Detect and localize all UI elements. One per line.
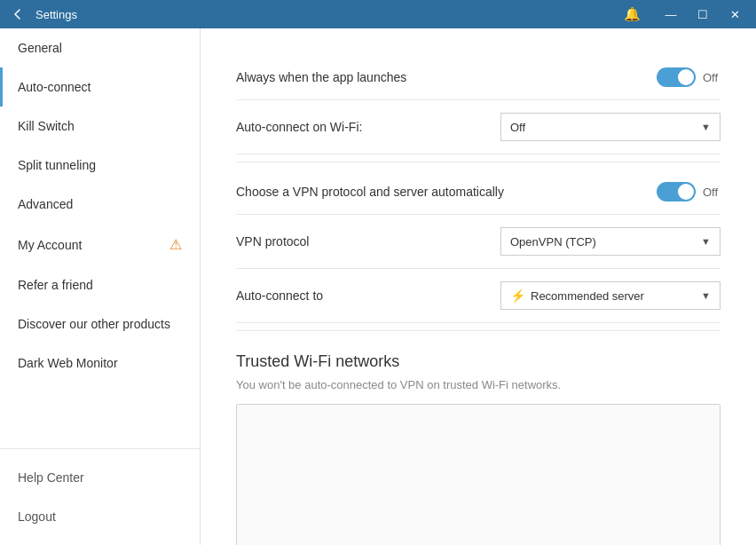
sidebar-item-dark-web[interactable]: Dark Web Monitor xyxy=(0,344,200,383)
always-launch-row: Always when the app launches Off xyxy=(236,55,721,100)
sidebar-label-split-tunneling: Split tunneling xyxy=(18,158,96,172)
sidebar-item-advanced[interactable]: Advanced xyxy=(0,185,200,224)
sidebar-item-split-tunneling[interactable]: Split tunneling xyxy=(0,146,200,185)
trusted-wifi-subtitle: You won't be auto-connected to VPN on tr… xyxy=(236,378,721,391)
sidebar-label-dark-web: Dark Web Monitor xyxy=(18,356,118,370)
auto-connect-to-row: Auto-connect to ⚡ Recommended server ▼ xyxy=(236,269,721,323)
sidebar-label-help-center: Help Center xyxy=(18,470,84,485)
window-title: Settings xyxy=(35,8,77,21)
always-launch-label: Always when the app launches xyxy=(236,70,406,84)
chevron-down-icon-2: ▼ xyxy=(701,236,711,247)
maximize-button[interactable]: ☐ xyxy=(689,2,717,27)
chevron-down-icon-3: ▼ xyxy=(701,290,711,301)
sidebar-label-general: General xyxy=(18,41,62,55)
always-launch-toggle-wrapper: Off xyxy=(657,67,721,87)
minimize-button[interactable]: — xyxy=(657,2,685,27)
lightning-icon: ⚡ xyxy=(510,288,525,303)
vpn-protocol-value: OpenVPN (TCP) xyxy=(510,235,596,249)
vpn-protocol-auto-row: Choose a VPN protocol and server automat… xyxy=(236,170,721,215)
wifi-connect-dropdown[interactable]: Off ▼ xyxy=(500,113,721,141)
close-button[interactable]: ✕ xyxy=(721,2,749,27)
sidebar-item-general[interactable]: General xyxy=(0,28,200,67)
trusted-wifi-title: Trusted Wi-Fi networks xyxy=(236,352,721,371)
sidebar-item-my-account[interactable]: My Account ⚠ xyxy=(0,224,200,265)
app-body: General Auto-connect Kill Switch Split t… xyxy=(0,28,756,545)
wifi-connect-row: Auto-connect on Wi-Fi: Off ▼ xyxy=(236,100,721,154)
auto-connect-to-label: Auto-connect to xyxy=(236,288,323,303)
wifi-connect-label: Auto-connect on Wi-Fi: xyxy=(236,120,362,134)
sidebar-bottom: Help Center Logout xyxy=(0,448,200,545)
sidebar-item-kill-switch[interactable]: Kill Switch xyxy=(0,107,200,146)
warning-icon: ⚠ xyxy=(169,236,182,253)
sidebar-label-discover: Discover our other products xyxy=(18,317,170,331)
always-launch-toggle[interactable] xyxy=(657,67,696,87)
sidebar-label-refer-friend: Refer a friend xyxy=(18,278,93,292)
back-button[interactable] xyxy=(7,4,28,25)
auto-connect-to-inner: ⚡ Recommended server xyxy=(510,288,644,303)
notification-bell[interactable]: 🔔 xyxy=(618,2,646,27)
sidebar-nav: General Auto-connect Kill Switch Split t… xyxy=(0,28,200,448)
auto-connect-to-dropdown[interactable]: ⚡ Recommended server ▼ xyxy=(500,281,721,310)
chevron-down-icon: ▼ xyxy=(701,122,711,132)
trusted-wifi-box xyxy=(236,404,721,545)
sidebar-item-discover[interactable]: Discover our other products xyxy=(0,304,200,344)
sidebar-label-advanced: Advanced xyxy=(18,197,73,211)
sidebar-item-auto-connect[interactable]: Auto-connect xyxy=(0,67,200,107)
main-content: Always when the app launches Off Auto-co… xyxy=(201,28,756,545)
section-divider-2 xyxy=(236,330,721,331)
sidebar-label-kill-switch: Kill Switch xyxy=(18,119,75,133)
vpn-auto-toggle-wrapper: Off xyxy=(657,182,721,201)
sidebar-label-auto-connect: Auto-connect xyxy=(18,80,91,94)
section-divider-1 xyxy=(236,162,721,162)
window-controls: 🔔 — ☐ ✕ xyxy=(618,2,749,27)
sidebar-item-refer-friend[interactable]: Refer a friend xyxy=(0,265,200,304)
vpn-protocol-dropdown[interactable]: OpenVPN (TCP) ▼ xyxy=(500,227,721,256)
sidebar-item-help-center[interactable]: Help Center xyxy=(0,458,200,497)
sidebar: General Auto-connect Kill Switch Split t… xyxy=(0,28,201,545)
title-bar: Settings 🔔 — ☐ ✕ xyxy=(0,0,756,28)
vpn-auto-toggle[interactable] xyxy=(657,182,696,201)
wifi-connect-value: Off xyxy=(510,121,525,134)
always-launch-toggle-label: Off xyxy=(703,71,721,84)
title-bar-left: Settings xyxy=(7,4,77,25)
auto-connect-to-value: Recommended server xyxy=(531,289,644,303)
sidebar-label-my-account: My Account xyxy=(18,238,82,252)
vpn-auto-toggle-label: Off xyxy=(703,186,721,199)
vpn-protocol-label: VPN protocol xyxy=(236,234,309,249)
sidebar-label-logout: Logout xyxy=(18,509,56,524)
sidebar-item-logout[interactable]: Logout xyxy=(0,497,200,536)
vpn-protocol-auto-label: Choose a VPN protocol and server automat… xyxy=(236,185,504,199)
vpn-protocol-row: VPN protocol OpenVPN (TCP) ▼ xyxy=(236,215,721,269)
